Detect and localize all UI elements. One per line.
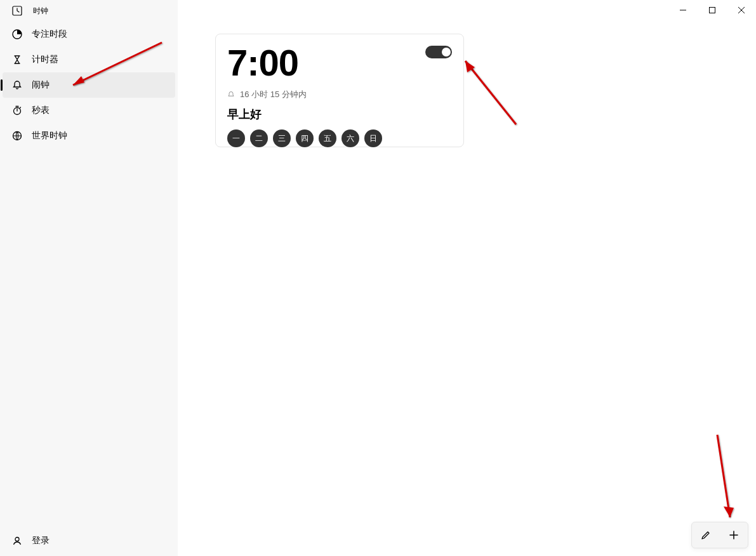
- sidebar-item-stopwatch[interactable]: 秒表: [3, 98, 175, 123]
- hourglass-icon: [11, 54, 23, 65]
- main-content: 7:00 16 小时 15 分钟内 早上好 一 二 三 四 五 六 日: [178, 0, 756, 556]
- day-chip: 五: [319, 129, 336, 147]
- day-chip: 四: [296, 129, 314, 147]
- window-controls: [668, 0, 756, 20]
- minimize-button[interactable]: [668, 0, 698, 20]
- sidebar-item-label: 闹钟: [32, 79, 50, 91]
- sidebar-item-label: 登录: [32, 535, 50, 546]
- sidebar-item-label: 计时器: [32, 54, 58, 65]
- sidebar-item-timer[interactable]: 计时器: [3, 47, 175, 72]
- app-title: 时钟: [33, 6, 48, 17]
- globe-icon: [11, 130, 23, 142]
- alarm-label: 早上好: [227, 107, 452, 122]
- sidebar-item-label: 秒表: [32, 105, 50, 116]
- day-chip: 六: [342, 129, 359, 147]
- alarm-remaining: 16 小时 15 分钟内: [240, 89, 307, 100]
- stopwatch-icon: [11, 105, 23, 116]
- maximize-button[interactable]: [698, 0, 727, 20]
- sidebar-item-focus[interactable]: 专注时段: [3, 22, 175, 47]
- sidebar-item-label: 世界时钟: [32, 130, 67, 142]
- day-chip: 三: [273, 129, 291, 147]
- fab-group: [691, 522, 748, 548]
- add-button[interactable]: [720, 522, 748, 548]
- alarm-card[interactable]: 7:00 16 小时 15 分钟内 早上好 一 二 三 四 五 六 日: [215, 34, 464, 147]
- clock-icon: [11, 5, 23, 17]
- day-chip: 日: [364, 129, 382, 147]
- user-icon: [11, 535, 23, 546]
- bell-icon: [11, 79, 23, 91]
- focus-icon: [11, 29, 23, 40]
- title-bar: 时钟: [0, 0, 178, 22]
- alarm-toggle[interactable]: [425, 46, 452, 58]
- bell-small-icon: [227, 91, 235, 98]
- sidebar: 时钟 专注时段 计时器 闹钟 秒表: [0, 0, 178, 556]
- svg-rect-5: [710, 8, 715, 13]
- sidebar-item-login[interactable]: 登录: [3, 528, 175, 553]
- alarm-remaining-row: 16 小时 15 分钟内: [227, 89, 452, 100]
- sidebar-item-label: 专注时段: [32, 29, 67, 40]
- edit-button[interactable]: [692, 522, 720, 548]
- close-button[interactable]: [727, 0, 756, 20]
- day-row: 一 二 三 四 五 六 日: [227, 129, 452, 147]
- day-chip: 二: [250, 129, 268, 147]
- alarm-time: 7:00: [227, 44, 452, 81]
- sidebar-item-alarm[interactable]: 闹钟: [3, 72, 175, 98]
- svg-point-4: [15, 538, 19, 541]
- sidebar-item-world-clock[interactable]: 世界时钟: [3, 123, 175, 149]
- day-chip: 一: [227, 129, 245, 147]
